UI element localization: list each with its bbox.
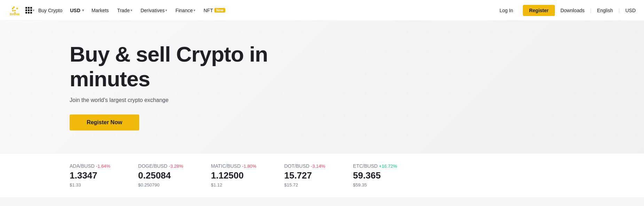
nav-right: Log In Register Downloads | English | US… — [495, 5, 636, 16]
ticker-price: 59.365 — [353, 170, 397, 181]
apps-grid-icon[interactable]: ▾ — [26, 7, 33, 14]
ticker-pair: ADA/BUSD — [70, 163, 95, 169]
ticker-change: -1.64% — [96, 164, 110, 169]
ticker-usd: $0.250790 — [138, 182, 183, 188]
ticker-price: 1.3347 — [70, 170, 110, 181]
nav-items: Buy Crypto USD ▾ Markets Trade ▾ Derivat… — [35, 6, 495, 15]
currency-display[interactable]: USD — [625, 8, 636, 13]
register-button[interactable]: Register — [523, 5, 555, 16]
language-selector[interactable]: English — [597, 8, 613, 13]
nav-item-derivatives[interactable]: Derivatives ▾ — [137, 6, 171, 15]
navbar: BINANCE ▾ Buy Crypto USD ▾ Markets Trade… — [0, 0, 644, 21]
ticker-item[interactable]: ETC/BUSD+16.72%59.365$59.35 — [353, 163, 397, 188]
nav-item-finance[interactable]: Finance ▾ — [172, 6, 199, 15]
ticker-item[interactable]: DOT/BUSD-3.14%15.727$15.72 — [284, 163, 325, 188]
ticker-change: -1.80% — [242, 164, 256, 169]
ticker-change: +16.72% — [379, 164, 397, 169]
nav-divider-2: | — [619, 8, 620, 13]
nav-currency-selector[interactable]: USD ▾ — [67, 6, 87, 15]
nav-item-buy-crypto[interactable]: Buy Crypto — [35, 6, 66, 15]
currency-chevron-icon: ▾ — [82, 8, 84, 12]
apps-chevron-icon: ▾ — [33, 8, 34, 12]
ticker-pair: ETC/BUSD — [353, 163, 378, 169]
ticker-item[interactable]: DOGE/BUSD-3.28%0.25084$0.250790 — [138, 163, 183, 188]
downloads-link[interactable]: Downloads — [560, 8, 584, 13]
nav-item-nft[interactable]: NFT New — [200, 6, 229, 15]
svg-text:BINANCE: BINANCE — [10, 13, 19, 16]
binance-logo[interactable]: BINANCE — [8, 5, 19, 16]
ticker-usd: $1.33 — [70, 182, 110, 188]
hero-register-button[interactable]: Register Now — [70, 114, 139, 130]
ticker-pair: DOGE/BUSD — [138, 163, 167, 169]
ticker-section: ADA/BUSD-1.64%1.3347$1.33DOGE/BUSD-3.28%… — [0, 153, 644, 197]
ticker-change: -3.14% — [311, 164, 325, 169]
ticker-usd: $1.12 — [211, 182, 257, 188]
trade-chevron-icon: ▾ — [131, 8, 132, 12]
ticker-price: 0.25084 — [138, 170, 183, 181]
nft-new-badge: New — [214, 8, 225, 13]
login-button[interactable]: Log In — [495, 6, 517, 15]
ticker-pair: MATIC/BUSD — [211, 163, 241, 169]
ticker-price: 1.12500 — [211, 170, 257, 181]
nav-item-markets[interactable]: Markets — [88, 6, 112, 15]
nav-item-trade[interactable]: Trade ▾ — [114, 6, 136, 15]
ticker-price: 15.727 — [284, 170, 325, 181]
ticker-item[interactable]: ADA/BUSD-1.64%1.3347$1.33 — [70, 163, 110, 188]
ticker-item[interactable]: MATIC/BUSD-1.80%1.12500$1.12 — [211, 163, 257, 188]
ticker-usd: $15.72 — [284, 182, 325, 188]
finance-chevron-icon: ▾ — [194, 8, 195, 12]
hero-title: Buy & sell Crypto in minutes — [70, 42, 331, 92]
ticker-usd: $59.35 — [353, 182, 397, 188]
nav-divider-1: | — [590, 8, 591, 13]
ticker-change: -3.28% — [169, 164, 183, 169]
hero-subtitle: Join the world's largest crypto exchange — [70, 97, 602, 103]
ticker-pair: DOT/BUSD — [284, 163, 309, 169]
hero-section: Buy & sell Crypto in minutes Join the wo… — [0, 21, 644, 153]
derivatives-chevron-icon: ▾ — [165, 8, 167, 12]
